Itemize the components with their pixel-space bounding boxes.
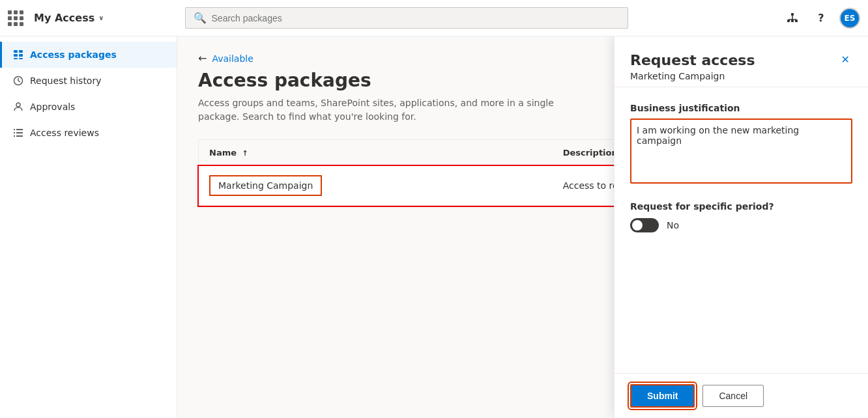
list-icon: [13, 128, 23, 138]
page-description: Access groups and teams, SharePoint site…: [198, 96, 589, 124]
panel-header: Request access Marketing Campaign ✕: [615, 36, 868, 87]
org-chart-icon[interactable]: [782, 8, 803, 29]
package-name: Marketing Campaign: [209, 175, 322, 196]
toggle-track: [630, 218, 659, 232]
sidebar-item-access-packages[interactable]: Access packages: [0, 42, 177, 68]
package-name-cell[interactable]: Marketing Campaign: [199, 166, 553, 206]
toggle-row: No: [630, 218, 852, 232]
sidebar-item-approvals[interactable]: Approvals: [0, 94, 177, 120]
grid-icon: [13, 49, 23, 60]
toggle-value-label: No: [667, 220, 679, 230]
svg-rect-16: [14, 132, 15, 133]
svg-rect-15: [16, 129, 23, 130]
svg-rect-6: [14, 50, 18, 53]
sidebar-item-label: Access packages: [30, 49, 117, 60]
chevron-down-icon: ∨: [98, 14, 104, 21]
business-justification-label: Business justification: [630, 103, 852, 113]
nav-icons: ? ES: [782, 8, 860, 29]
svg-rect-11: [19, 58, 23, 59]
sidebar-item-label: Access reviews: [30, 128, 99, 138]
business-justification-group: Business justification: [630, 103, 852, 186]
svg-rect-7: [19, 50, 23, 53]
submit-button[interactable]: Submit: [630, 384, 695, 408]
svg-rect-18: [14, 135, 15, 137]
app-title[interactable]: My Access ∨: [34, 12, 104, 24]
person-icon: [13, 102, 23, 112]
panel-subtitle: Marketing Campaign: [630, 71, 755, 81]
clock-icon: [13, 76, 23, 86]
search-input[interactable]: [212, 13, 620, 23]
panel-footer: Submit Cancel: [615, 373, 868, 418]
breadcrumb-label: Available: [212, 53, 253, 64]
sidebar-item-label: Approvals: [30, 102, 75, 112]
toggle-thumb: [632, 220, 643, 230]
period-section: Request for specific period? No: [630, 201, 852, 232]
svg-rect-9: [19, 54, 23, 57]
svg-point-13: [16, 103, 20, 107]
period-toggle[interactable]: [630, 218, 659, 232]
panel-body: Business justification Request for speci…: [615, 87, 868, 373]
svg-rect-17: [16, 132, 23, 133]
content-area: ← Available Access packages Access group…: [177, 36, 868, 418]
svg-rect-14: [14, 129, 15, 130]
sidebar: Access packages Request history Approval…: [0, 36, 177, 418]
search-icon: 🔍: [194, 12, 207, 24]
cancel-button[interactable]: Cancel: [702, 385, 764, 407]
svg-rect-19: [16, 135, 23, 137]
sidebar-item-request-history[interactable]: Request history: [0, 68, 177, 94]
col-name-header[interactable]: Name ↑: [199, 140, 553, 166]
business-justification-input[interactable]: [630, 118, 852, 184]
svg-rect-8: [14, 54, 18, 57]
period-label: Request for specific period?: [630, 201, 852, 212]
request-access-panel: Request access Marketing Campaign ✕ Busi…: [614, 36, 868, 418]
help-icon[interactable]: ?: [811, 8, 832, 29]
svg-rect-10: [14, 58, 18, 59]
main-layout: Access packages Request history Approval…: [0, 36, 868, 418]
top-navigation: My Access ∨ 🔍 ? ES: [0, 0, 868, 36]
avatar[interactable]: ES: [839, 8, 860, 29]
close-button[interactable]: ✕: [839, 52, 852, 68]
sidebar-item-access-reviews[interactable]: Access reviews: [0, 120, 177, 146]
svg-rect-0: [791, 13, 794, 16]
sort-icon: ↑: [242, 149, 248, 158]
back-arrow-icon: ←: [198, 52, 207, 64]
search-bar: 🔍: [185, 7, 628, 29]
sidebar-item-label: Request history: [30, 76, 101, 86]
waffle-icon[interactable]: [8, 10, 23, 26]
panel-title: Request access: [630, 52, 755, 68]
